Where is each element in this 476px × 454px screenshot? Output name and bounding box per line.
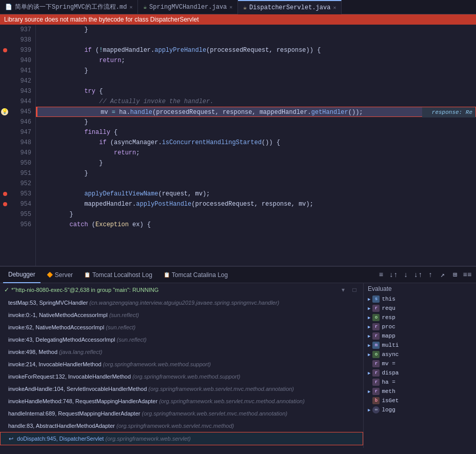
settings-btn[interactable]: ≡≡ <box>462 269 473 281</box>
code-line-941: } <box>36 66 476 76</box>
step-out-btn[interactable]: ↓ <box>400 269 411 281</box>
tab-tomcat-catalina[interactable]: 📋 Tomcat Catalina Log <box>158 267 233 283</box>
gutter-951 <box>0 168 10 179</box>
frame-handleInternal[interactable]: handleInternal:689, RequestMappingHandle… <box>0 407 363 420</box>
tab-server[interactable]: 🔶 Server <box>42 267 78 283</box>
var-logg[interactable]: ▶ ∞ logg <box>364 405 476 414</box>
tab-tomcat-catalina-label: Tomcat Catalina Log <box>172 271 228 279</box>
frame-invoke62[interactable]: invoke:62, NativeMethodAccessorImpl (sun… <box>0 321 363 333</box>
gutter-938 <box>0 35 10 45</box>
filter-btn[interactable]: ▾ <box>339 285 348 294</box>
var-mapp[interactable]: ▶ r mapp <box>364 331 476 341</box>
frame-handle83[interactable]: handle:83, AbstractHandlerMethodAdapter … <box>0 420 363 432</box>
linenum-938: 938 <box>14 35 31 45</box>
frame-invoke214[interactable]: invoke:214, InvocableHandlerMethod (org.… <box>0 358 363 370</box>
frame-invoke01[interactable]: invoke:0:-1, NativeMethodAccessorImpl (s… <box>0 309 363 321</box>
frame-doDispatch[interactable]: ↩ doDispatch:945, DispatcherServlet (org… <box>0 432 363 445</box>
var-this[interactable]: ▶ s this <box>364 294 476 304</box>
tab-dispatcher[interactable]: ☕ DispatcherServlet.java ✕ <box>238 0 342 14</box>
var-meth[interactable]: ▶ r meth <box>364 387 476 396</box>
gutter-945[interactable]: 💡 <box>0 107 10 117</box>
thread-label: *"http-nio-8080-exec-5"@2,638 in group "… <box>11 287 158 293</box>
java-icon: ☕ <box>143 4 147 10</box>
stop-btn[interactable]: ↗ <box>437 269 448 281</box>
linenum-943: 943 <box>14 86 31 96</box>
tab-md-close[interactable]: ✕ <box>129 4 132 10</box>
linenum-951: 951 <box>14 168 31 179</box>
gutter-952 <box>0 179 10 189</box>
resume-btn[interactable]: ↓↑ <box>412 269 424 281</box>
code-line-940: return; <box>36 55 476 66</box>
tab-tomcat-localhost-label: Tomcat Localhost Log <box>92 271 152 279</box>
var-resp[interactable]: ▶ o resp <box>364 313 476 322</box>
frame-invokeAndHandle[interactable]: invokeAndHandle:104, ServletInvocableHan… <box>0 383 363 395</box>
tab-dispatcher-label: DispatcherServlet.java <box>249 4 330 11</box>
var-mapp-arrow: ▶ <box>368 333 370 339</box>
var-isget-name: isGet <box>382 398 399 404</box>
tab-tomcat-localhost[interactable]: 📋 Tomcat Localhost Log <box>79 267 157 283</box>
tab-debugger-label: Debugger <box>8 271 35 278</box>
step-over-btn[interactable]: ≡ <box>375 269 387 281</box>
tab-handler-close[interactable]: ✕ <box>229 4 232 10</box>
stack-panel: ✓ *"http-nio-8080-exec-5"@2,638 in group… <box>0 283 363 448</box>
code-line-944: // Actually invoke the handler. <box>36 96 476 107</box>
frame-btn[interactable]: ⊞ <box>449 269 461 281</box>
step-into-btn[interactable]: ↓↑ <box>388 269 399 281</box>
linenum-955: 955 <box>14 209 31 220</box>
var-mv[interactable]: ▶ r mv = <box>364 359 476 368</box>
tab-dispatcher-close[interactable]: ✕ <box>333 5 336 11</box>
line-gutter: 💡 937 938 93 <box>0 25 36 266</box>
tab-debugger[interactable]: Debugger <box>3 267 41 283</box>
var-dispa-name: dispa <box>382 370 399 376</box>
var-requ[interactable]: ▶ r requ <box>364 304 476 313</box>
var-proc[interactable]: ▶ r proc <box>364 322 476 331</box>
var-meth-name: meth <box>382 388 395 394</box>
active-frame-arrow: ↩ <box>9 436 13 442</box>
var-dispa[interactable]: ▶ r dispa <box>364 368 476 378</box>
check-icon: ✓ <box>4 286 9 293</box>
var-mapp-name: mapp <box>382 333 395 339</box>
var-ha-name: ha = <box>382 379 395 385</box>
pause-btn[interactable]: ↑ <box>425 269 436 281</box>
debugger-body: ✓ *"http-nio-8080-exec-5"@2,638 in group… <box>0 283 476 448</box>
sort-btn[interactable]: □ <box>350 285 359 294</box>
code-line-951: } <box>36 168 476 179</box>
frame-invoke498[interactable]: invoke:498, Method (java.lang.reflect) <box>0 346 363 358</box>
breakpoint-953 <box>3 192 7 196</box>
linenum-945: 945 <box>14 107 31 117</box>
code-line-949: return; <box>36 148 476 158</box>
code-line-955: } <box>36 209 476 220</box>
code-line-937: } <box>36 25 476 35</box>
code-line-950: } <box>36 158 476 168</box>
gutter-941 <box>0 66 10 76</box>
editor-area: 💡 937 938 93 <box>0 25 476 266</box>
linenum-950: 950 <box>14 158 31 168</box>
tab-handler[interactable]: ☕ SpringMVCHandler.java ✕ <box>138 0 238 14</box>
tab-bar: 📄 简单的谈一下SpringMVC的工作流程.md ✕ ☕ SpringMVCH… <box>0 0 476 14</box>
linenum-954: 954 <box>14 199 31 209</box>
code-content: } if (!mappedHandler.applyPreHandle(proc… <box>36 25 476 266</box>
frame-invokeHandleMethod[interactable]: invokeHandleMethod:748, RequestMappingHa… <box>0 395 363 407</box>
linenum-939: 939 <box>14 45 31 55</box>
var-async[interactable]: ▶ o async <box>364 350 476 359</box>
gutter-939[interactable] <box>0 45 10 55</box>
var-resp-arrow: ▶ <box>368 315 370 321</box>
frame-invokeForRequest[interactable]: invokeForRequest:132, InvocableHandlerMe… <box>0 370 363 383</box>
frame-invoke43[interactable]: invoke:43, DelegatingMethodAccessorImpl … <box>0 333 363 346</box>
code-line-946: } <box>36 117 476 127</box>
breakpoint-939 <box>3 48 7 52</box>
gutter-949 <box>0 148 10 158</box>
gutter-954[interactable] <box>0 199 10 209</box>
frame-doService[interactable]: doService:876, DispatcherServlet (org.sp… <box>0 445 363 448</box>
var-proc-icon: r <box>372 323 380 330</box>
code-line-939: if (!mappedHandler.applyPreHandle(proces… <box>36 45 476 55</box>
var-multi-arrow: ▶ <box>368 343 370 348</box>
tab-md[interactable]: 📄 简单的谈一下SpringMVC的工作流程.md ✕ <box>0 0 138 14</box>
var-dispa-icon: r <box>372 369 380 377</box>
frame-testmap[interactable]: testMap:53, SpringMVCHandler (cn.wangzen… <box>0 297 363 309</box>
var-isget[interactable]: ▶ b isGet <box>364 396 476 405</box>
var-ha[interactable]: ▶ r ha = <box>364 378 476 387</box>
var-async-name: async <box>382 351 399 358</box>
var-multi[interactable]: ▶ m multi <box>364 341 476 350</box>
gutter-953[interactable] <box>0 189 10 199</box>
